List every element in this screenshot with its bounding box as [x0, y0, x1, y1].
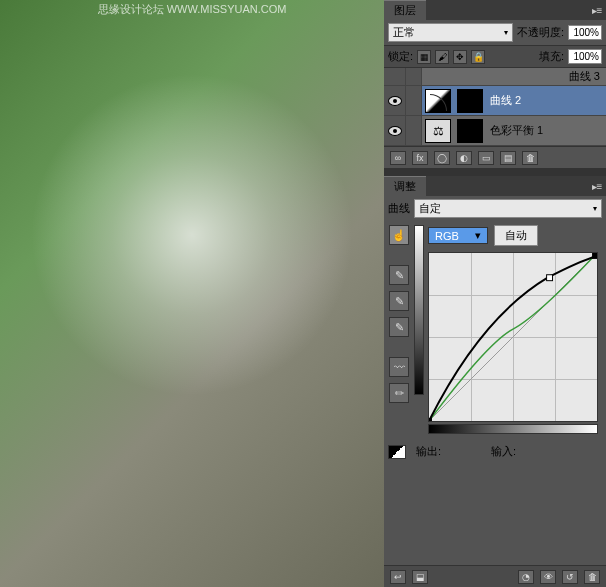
link-col	[406, 116, 422, 145]
layer-mask-thumb[interactable]	[457, 119, 483, 143]
chevron-down-icon: ▾	[504, 28, 508, 37]
layer-row[interactable]: 曲线 3	[384, 68, 606, 86]
chevron-down-icon: ▾	[475, 229, 481, 242]
input-label: 输入:	[491, 444, 516, 459]
layers-panel: 图层 ▸≡ 正常 ▾ 不透明度: 100% 锁定: ▦ 🖌 ✥ 🔒 填充: 10…	[384, 0, 606, 168]
reset-icon[interactable]: ↺	[562, 570, 578, 584]
curve-point-tool-icon[interactable]: 〰	[389, 357, 409, 377]
group-icon[interactable]: ▭	[478, 151, 494, 165]
curve-pencil-tool-icon[interactable]: ✏	[389, 383, 409, 403]
adjustments-panel: 调整 ▸≡ 曲线 自定 ▾ ☝ ✎ ✎ ✎ 〰 ✏	[384, 176, 606, 587]
link-layers-icon[interactable]: ∞	[390, 151, 406, 165]
new-layer-icon[interactable]: ▤	[500, 151, 516, 165]
eye-icon	[388, 96, 402, 106]
blend-opacity-row: 正常 ▾ 不透明度: 100%	[384, 20, 606, 45]
eyedropper-gray-icon[interactable]: ✎	[389, 291, 409, 311]
channel-select[interactable]: RGB ▾	[428, 227, 488, 244]
curve-graph-container: RGB ▾ 自动	[428, 225, 598, 434]
expand-view-icon[interactable]: ⬓	[412, 570, 428, 584]
adjustment-thumb-icon[interactable]: ⚖	[425, 119, 451, 143]
layers-panel-tabs: 图层 ▸≡	[384, 0, 606, 20]
on-image-adjust-icon[interactable]: ☝	[389, 225, 409, 245]
layers-list: 曲线 3 曲线 2 ⚖ 色彩平衡 1	[384, 68, 606, 146]
layers-panel-menu-icon[interactable]: ▸≡	[588, 5, 606, 16]
adjustments-panel-tabs: 调整 ▸≡	[384, 176, 606, 196]
curve-graph[interactable]	[428, 252, 598, 422]
watermark-text: 思缘设计论坛 WWW.MISSYUAN.COM	[98, 2, 287, 17]
layer-mask-thumb[interactable]	[457, 89, 483, 113]
curves-label: 曲线	[388, 201, 410, 216]
adjustment-thumb-icon[interactable]	[425, 89, 451, 113]
link-col	[406, 86, 422, 115]
eyedropper-white-icon[interactable]: ✎	[389, 317, 409, 337]
return-to-list-icon[interactable]: ↩	[390, 570, 406, 584]
blend-mode-select[interactable]: 正常 ▾	[388, 23, 513, 42]
panels-dock: 图层 ▸≡ 正常 ▾ 不透明度: 100% 锁定: ▦ 🖌 ✥ 🔒 填充: 10…	[384, 0, 606, 587]
output-label: 输出:	[416, 444, 441, 459]
adjustments-panel-menu-icon[interactable]: ▸≡	[588, 181, 606, 192]
visibility-toggle[interactable]	[384, 86, 406, 115]
toggle-visibility-icon[interactable]: 👁	[540, 570, 556, 584]
blend-mode-value: 正常	[393, 25, 415, 40]
svg-rect-2	[547, 275, 553, 281]
svg-rect-1	[429, 418, 432, 421]
input-output-row: 输出: 输入:	[384, 438, 606, 465]
lock-icons-group: ▦ 🖌 ✥ 🔒	[417, 50, 485, 64]
channel-value: RGB	[435, 230, 459, 242]
fill-label: 填充:	[539, 49, 564, 64]
curves-editor-area: ☝ ✎ ✎ ✎ 〰 ✏ RGB ▾ 自动	[384, 221, 606, 438]
tab-layers[interactable]: 图层	[384, 0, 426, 20]
lock-all-icon[interactable]: 🔒	[471, 50, 485, 64]
layer-row[interactable]: ⚖ 色彩平衡 1	[384, 116, 606, 146]
layer-name: 曲线 2	[490, 93, 521, 108]
link-col	[406, 68, 422, 85]
curve-svg	[429, 253, 597, 421]
opacity-input[interactable]: 100%	[568, 25, 602, 40]
layer-name: 色彩平衡 1	[490, 123, 543, 138]
input-gradient	[428, 424, 598, 434]
auto-button[interactable]: 自动	[494, 225, 538, 246]
output-gradient	[414, 225, 424, 395]
io-gradient-icon	[388, 445, 406, 459]
eyedropper-black-icon[interactable]: ✎	[389, 265, 409, 285]
fill-input[interactable]: 100%	[568, 49, 602, 64]
curves-preset-value: 自定	[419, 201, 441, 216]
lock-fill-row: 锁定: ▦ 🖌 ✥ 🔒 填充: 100%	[384, 45, 606, 68]
curves-preset-row: 曲线 自定 ▾	[384, 196, 606, 221]
adjustments-bottom-bar: ↩ ⬓ ◔ 👁 ↺ 🗑	[384, 565, 606, 587]
curves-tools-column: ☝ ✎ ✎ ✎ 〰 ✏	[388, 225, 410, 434]
svg-rect-3	[592, 253, 597, 259]
adjustment-layer-icon[interactable]: ◐	[456, 151, 472, 165]
clip-to-layer-icon[interactable]: ◔	[518, 570, 534, 584]
document-canvas[interactable]: 思缘设计论坛 WWW.MISSYUAN.COM	[0, 0, 384, 587]
visibility-toggle[interactable]	[384, 68, 406, 85]
tab-adjustments[interactable]: 调整	[384, 176, 426, 196]
visibility-toggle[interactable]	[384, 116, 406, 145]
opacity-label: 不透明度:	[517, 25, 564, 40]
lock-pixels-icon[interactable]: 🖌	[435, 50, 449, 64]
eye-icon	[388, 126, 402, 136]
lock-position-icon[interactable]: ✥	[453, 50, 467, 64]
layer-style-icon[interactable]: fx	[412, 151, 428, 165]
lock-label: 锁定:	[388, 49, 413, 64]
layer-row[interactable]: 曲线 2	[384, 86, 606, 116]
chevron-down-icon: ▾	[593, 204, 597, 213]
delete-layer-icon[interactable]: 🗑	[522, 151, 538, 165]
layer-mask-icon[interactable]: ◯	[434, 151, 450, 165]
panel-divider[interactable]	[384, 168, 606, 176]
lock-transparent-icon[interactable]: ▦	[417, 50, 431, 64]
layers-bottom-bar: ∞ fx ◯ ◐ ▭ ▤ 🗑	[384, 146, 606, 168]
layer-name: 曲线 3	[569, 69, 600, 84]
delete-adjustment-icon[interactable]: 🗑	[584, 570, 600, 584]
curves-preset-select[interactable]: 自定 ▾	[414, 199, 602, 218]
